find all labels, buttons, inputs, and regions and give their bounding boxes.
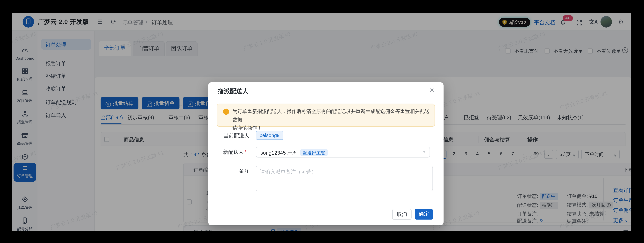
warning-text: 为订单重新指派配送人，操作后将清空原有的配送记录并重新生成配送佣金等重置相关配送…	[232, 107, 432, 132]
current-deliverer-tag: peisong9	[256, 131, 283, 140]
new-deliverer-value: song12345 王五配送部主管	[260, 149, 328, 156]
screen-canvas: 广梦云 2.0 开发版 ☰ ⟳ 订单管理 / 订单处理 超会V10 平台文档 9…	[0, 0, 644, 243]
warning-alert: ! 为订单重新指派配送人，操作后将清空原有的配送记录并重新生成配送佣金等重置相关…	[217, 104, 435, 127]
confirm-button[interactable]: 确定	[415, 209, 433, 220]
required-asterisk: *	[244, 149, 246, 155]
new-deliverer-label: 新配送人*	[216, 149, 246, 156]
warning-icon: !	[223, 109, 229, 115]
chevron-down-icon: ∨	[423, 150, 426, 154]
close-icon[interactable]: ✕	[429, 87, 434, 94]
remark-textarea[interactable]	[256, 165, 433, 191]
current-deliverer-label: 当前配送人	[218, 132, 249, 139]
role-tag: 配送部主管	[300, 149, 328, 156]
app-window: 广梦云 2.0 开发版 ☰ ⟳ 订单管理 / 订单处理 超会V10 平台文档 9…	[12, 13, 631, 230]
assign-deliverer-modal: 指派配送人 ✕ ! 为订单重新指派配送人，操作后将清空原有的配送记录并重新生成配…	[208, 82, 444, 225]
remark-label: 备注	[218, 168, 249, 175]
new-deliverer-select[interactable]: song12345 王五配送部主管 ∨	[256, 147, 430, 157]
cancel-button[interactable]: 取消	[392, 209, 412, 220]
modal-title: 指派配送人	[218, 88, 248, 95]
